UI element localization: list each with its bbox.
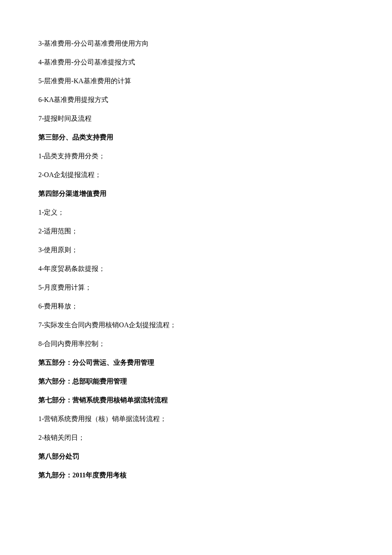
line-item-7: 7-提报时间及流程 xyxy=(38,113,354,124)
line-item-3: 3-基准费用-分公司基准费用使用方向 xyxy=(38,38,354,49)
section-4-item-2: 2-适用范围； xyxy=(38,226,354,236)
section-9-heading: 第九部分：2011年度费用考核 xyxy=(38,470,354,480)
section-4-item-1: 1-定义； xyxy=(38,207,354,218)
section-4-item-8: 8-合同内费用率控制； xyxy=(38,339,354,349)
section-4-item-3: 3-使用原则； xyxy=(38,245,354,255)
line-item-5: 5-层准费用-KA基准费用的计算 xyxy=(38,76,354,86)
section-7-heading: 第七部分：营销系统费用核销单据流转流程 xyxy=(38,395,354,405)
line-item-4: 4-基准费用-分公司基准提报方式 xyxy=(38,57,354,67)
section-4-item-5: 5-月度费用计算； xyxy=(38,282,354,293)
section-7-item-1: 1-营销系统费用报（核）销单据流转流程； xyxy=(38,414,354,424)
section-3-heading: 第三部分、品类支持费用 xyxy=(38,132,354,142)
section-3-item-1: 1-品类支持费用分类； xyxy=(38,151,354,161)
section-8-heading: 第八部分处罚 xyxy=(38,451,354,462)
section-5-heading: 第五部分：分公司营运、业务费用管理 xyxy=(38,357,354,368)
section-7-item-2: 2-核销关闭日； xyxy=(38,433,354,443)
section-4-heading: 第四部分渠道增值费用 xyxy=(38,189,354,199)
section-6-heading: 第六部分：总部职能费用管理 xyxy=(38,376,354,386)
line-item-6: 6-KA基准费用提报方式 xyxy=(38,95,354,105)
section-4-item-4: 4-年度贸易条款提报； xyxy=(38,264,354,274)
section-3-item-2: 2-OA企划提报流程； xyxy=(38,170,354,180)
section-4-item-7: 7-实际发生合同内费用核销OA企划提报流程； xyxy=(38,320,354,330)
section-4-item-6: 6-费用释放； xyxy=(38,301,354,311)
